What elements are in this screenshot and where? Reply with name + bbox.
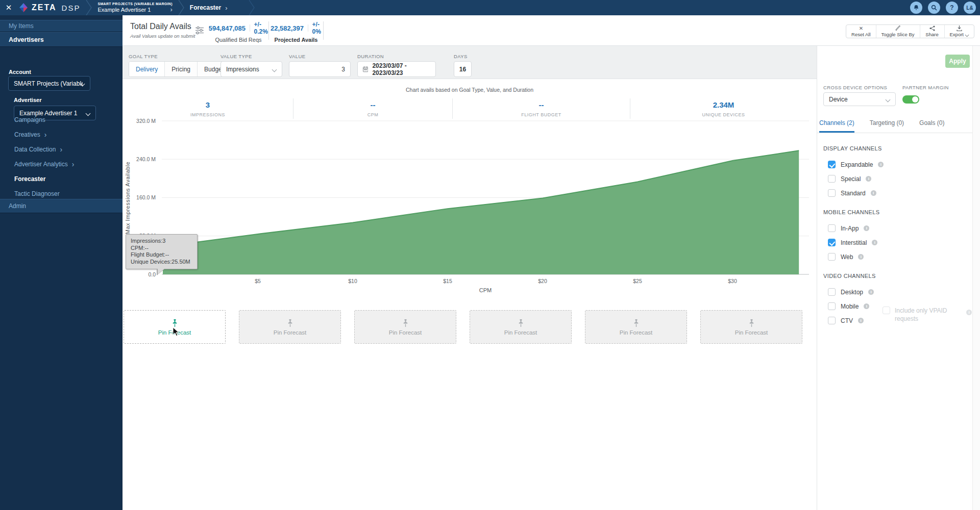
zeta-logo-icon <box>18 3 29 13</box>
forecast-chart-card: Chart avails based on Goal Type, Value, … <box>122 79 817 510</box>
sidebar-item-data-collection[interactable]: Data Collection› <box>0 142 122 157</box>
partner-margin-toggle[interactable] <box>902 95 919 104</box>
zeta-logo[interactable]: ZETA DSP <box>18 3 80 13</box>
sidebar-item-campaigns[interactable]: Campaigns <box>0 112 122 127</box>
tab-goals[interactable]: Goals (0) <box>919 115 944 133</box>
info-icon[interactable]: i <box>872 240 877 245</box>
pin-icon <box>172 319 178 327</box>
mobile-channels-title: MOBILE CHANNELS <box>823 209 967 215</box>
checkbox-ctv[interactable] <box>828 317 836 324</box>
bell-icon <box>913 5 919 11</box>
top-nav-bar: ✕ ZETA DSP SMART PROJECTS (VARIABLE MARG… <box>0 0 980 15</box>
channel-interstitial: Interstitial i <box>823 239 967 246</box>
sidebar-item-admin[interactable]: Admin <box>0 199 122 213</box>
forecast-controls: GOAL TYPE Delivery Pricing Budget VALUE … <box>122 46 817 79</box>
checkbox-desktop[interactable] <box>828 288 836 296</box>
value-type-select[interactable]: Impressions <box>220 61 282 77</box>
mouse-cursor-icon <box>173 327 179 337</box>
checkbox-special[interactable] <box>828 175 836 183</box>
sidebar-item-forecaster[interactable]: Forecaster <box>0 171 122 186</box>
pencil-icon <box>895 26 901 31</box>
page-subtitle: Avail Values update on submit <box>130 33 195 39</box>
checkbox-expandable[interactable] <box>828 161 836 168</box>
info-icon[interactable]: i <box>866 176 871 182</box>
avails-chart[interactable]: 320.0 M240.0 M160.0 M80.0 M0.0$5$10$15$2… <box>122 115 817 298</box>
chevron-right-icon[interactable]: › <box>225 4 227 12</box>
info-icon[interactable]: i <box>858 254 864 260</box>
info-icon[interactable]: i <box>858 318 864 323</box>
scrollbar-track[interactable] <box>972 46 980 510</box>
checkbox-interstitial[interactable] <box>828 239 836 246</box>
projected-avails-delta: +/- 0% <box>312 21 322 35</box>
panel-tabs: Channels (2) Targeting (0) Goals (0) <box>817 115 973 133</box>
notifications-button[interactable] <box>910 2 922 14</box>
goal-type-delivery-button[interactable]: Delivery <box>129 62 164 76</box>
checkbox-web[interactable] <box>828 253 836 261</box>
goal-type-segmented: Delivery Pricing Budget <box>129 61 231 77</box>
help-button[interactable]: ? <box>946 2 958 14</box>
pin-forecast-button-2[interactable]: Pin Forecast <box>239 310 341 344</box>
share-icon <box>929 26 935 31</box>
info-icon[interactable]: i <box>864 225 869 231</box>
video-channels-title: VIDEO CHANNELS <box>823 273 967 279</box>
toggle-slice-by-button[interactable]: Toggle Slice By <box>876 25 920 38</box>
cross-device-select[interactable]: Device <box>823 92 896 106</box>
info-icon[interactable]: i <box>871 190 876 196</box>
close-icon[interactable]: ✕ <box>0 3 17 12</box>
chevron-down-icon <box>81 82 85 86</box>
share-button[interactable]: Share <box>920 25 944 38</box>
checkbox-mobile[interactable] <box>828 302 836 310</box>
divider <box>250 24 250 32</box>
divider <box>308 24 308 32</box>
tab-targeting[interactable]: Targeting (0) <box>870 115 904 133</box>
sidebar-item-advertiser-analytics[interactable]: Advertiser Analytics› <box>0 157 122 171</box>
pin-forecast-button-1[interactable]: Pin Forecast <box>124 310 226 344</box>
goal-type-pricing-button[interactable]: Pricing <box>164 62 197 76</box>
sidebar-nav: Campaigns Creatives› Data Collection› Ad… <box>0 112 122 201</box>
pin-forecast-button-5[interactable]: Pin Forecast <box>585 310 687 344</box>
export-button[interactable]: Export <box>944 25 974 38</box>
sliders-icon[interactable] <box>195 26 204 35</box>
reset-all-button[interactable]: ✕ Reset All <box>846 25 876 38</box>
search-button[interactable] <box>928 2 940 14</box>
avatar[interactable]: L& <box>964 2 976 14</box>
checkbox-in-app[interactable] <box>828 224 836 232</box>
info-icon[interactable]: i <box>864 303 869 309</box>
chevron-right-icon[interactable]: › <box>170 6 172 14</box>
value-type-label: VALUE TYPE <box>220 54 252 59</box>
partner-margin-label: PARTNER MARGIN <box>902 85 949 90</box>
value-input[interactable] <box>289 61 351 77</box>
breadcrumb[interactable]: SMART PROJECTS (VARIABLE MARGIN) Example… <box>97 2 172 14</box>
sidebar-item-advertisers[interactable]: Advertisers <box>0 32 122 47</box>
tooltip-unique-devices: Unique Devices:25.50M <box>131 259 193 266</box>
duration-datepicker[interactable]: 2023/03/07 - 2023/03/23 <box>357 61 436 77</box>
info-icon[interactable]: i <box>878 162 884 167</box>
info-icon[interactable]: i <box>868 289 874 295</box>
sidebar-item-my-items[interactable]: My Items <box>0 20 122 32</box>
checkbox-vpaid[interactable] <box>883 307 890 314</box>
sidebar-item-creatives[interactable]: Creatives› <box>0 127 122 142</box>
days-value: 16 <box>454 61 472 77</box>
svg-text:$15: $15 <box>443 278 452 284</box>
chart-note: Chart avails based on Goal Type, Value, … <box>122 87 817 93</box>
divider <box>323 21 324 40</box>
pin-icon <box>633 319 640 327</box>
chevron-right-icon: › <box>72 162 75 167</box>
sidebar: My Items Advertisers Account SMART Proje… <box>0 15 122 510</box>
pin-forecast-button-4[interactable]: Pin Forecast <box>470 310 572 344</box>
chart-tooltip: Impressions:3 CPM:-- Flight Budget:-- Un… <box>126 234 198 269</box>
channel-special: Special i <box>823 175 967 183</box>
tab-channels[interactable]: Channels (2) <box>819 115 854 133</box>
advertiser-label: Advertiser <box>14 97 41 103</box>
breadcrumb-page[interactable]: Forecaster › <box>190 4 228 12</box>
breadcrumb-separator-icon <box>248 0 255 15</box>
checkbox-standard[interactable] <box>828 189 836 197</box>
pin-forecast-button-6[interactable]: Pin Forecast <box>700 310 802 344</box>
pin-forecast-button-3[interactable]: Pin Forecast <box>354 310 456 344</box>
channels-body: DISPLAY CHANNELS Expandable i Special i … <box>817 133 973 331</box>
info-icon[interactable]: i <box>966 310 972 315</box>
account-select[interactable]: SMART Projects (Variable M <box>8 76 90 91</box>
tooltip-flight-budget: Flight Budget:-- <box>131 251 193 259</box>
breadcrumb-separator-icon <box>85 0 92 15</box>
apply-button[interactable]: Apply <box>945 55 970 68</box>
